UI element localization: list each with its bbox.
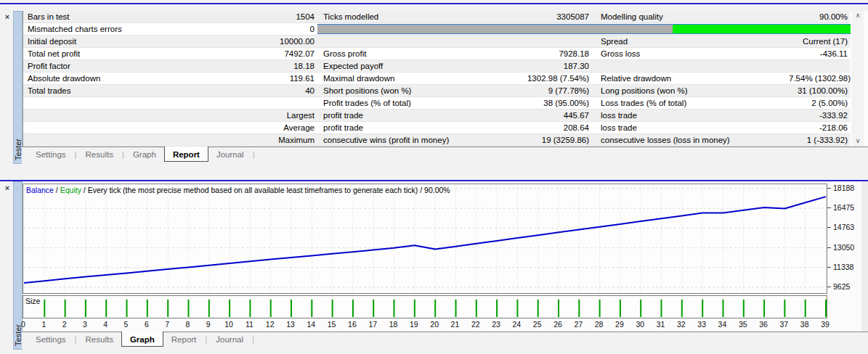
report-row: Initial deposit10000.00SpreadCurrent (17… — [23, 36, 850, 48]
x-axis-label: 32 — [675, 320, 688, 329]
legend-separator: / — [54, 186, 60, 194]
report-row: Bars in test1504Ticks modelled3305087Mod… — [23, 11, 850, 23]
size-bar — [661, 300, 662, 317]
modelling-quality-bar — [317, 24, 851, 34]
report-row: Total net profit7492.07Gross profit7928.… — [23, 48, 850, 60]
report-cell: 1 (-333.92) — [786, 134, 851, 146]
x-axis-label: 21 — [448, 320, 461, 329]
report-cell: Current (17) — [786, 36, 851, 47]
tab-graph[interactable]: Graph — [121, 332, 163, 347]
report-cell: 7.54% (1302.98) — [786, 73, 851, 84]
report-cell: 7928.18 — [523, 48, 592, 59]
report-cell — [23, 97, 267, 109]
report-cell: Expected payoff — [317, 60, 523, 72]
size-bar — [723, 300, 724, 317]
report-table: Bars in test1504Ticks modelled3305087Mod… — [23, 11, 850, 147]
tab-settings[interactable]: Settings — [28, 147, 74, 161]
tab-report[interactable]: Report — [164, 147, 208, 162]
size-bar — [825, 300, 827, 317]
scrollbar[interactable]: ∧ ∨ — [852, 11, 864, 147]
balance-equity-chart: Balance / Equity / Every tick (the most … — [23, 184, 827, 294]
report-row: Averageprofit trade208.64loss trade-218.… — [23, 122, 850, 134]
y-axis-tick — [827, 227, 831, 228]
x-axis-label: 12 — [264, 320, 277, 329]
size-bar — [270, 300, 272, 317]
report-cell: 1302.98 (7.54%) — [523, 73, 592, 84]
report-cell: 187.30 — [523, 60, 592, 72]
report-cell: Total net profit — [23, 48, 267, 59]
legend-quality: 90.00% — [424, 186, 450, 194]
report-cell — [523, 36, 592, 47]
report-cell — [23, 122, 267, 133]
y-axis-label: 14763 — [833, 223, 854, 231]
size-bar — [784, 300, 785, 317]
report-row: Profit factor18.18Expected payoff187.30 — [23, 60, 850, 73]
report-cell: profit trade — [317, 122, 523, 133]
x-axis-label: 17 — [366, 320, 379, 329]
scroll-up-icon[interactable]: ∧ — [852, 11, 864, 21]
report-cell — [317, 36, 523, 47]
size-bar — [578, 300, 580, 317]
size-bar — [332, 300, 333, 317]
tab-report[interactable]: Report — [163, 332, 205, 346]
y-axis-label: 9625 — [833, 282, 850, 291]
legend-balance: Balance — [26, 186, 54, 194]
size-bar — [44, 300, 45, 317]
tab-journal[interactable]: Journal — [208, 332, 251, 346]
report-cell: Relative drawdown — [592, 73, 786, 84]
report-cell: Largest — [267, 110, 317, 121]
panel-edge-strip — [861, 181, 868, 350]
scroll-down-icon[interactable]: ∨ — [852, 136, 864, 147]
modelling-quality-bar-gray — [317, 25, 673, 33]
report-cell: 9 (77.78%) — [523, 85, 592, 96]
tab-results[interactable]: Results — [78, 332, 121, 346]
report-cell: Bars in test — [23, 11, 267, 22]
close-icon[interactable]: × — [2, 184, 12, 194]
report-cell: -333.92 — [786, 110, 851, 121]
x-axis-label: 18 — [387, 320, 400, 329]
tab-journal[interactable]: Journal — [208, 147, 252, 161]
x-axis-label: 38 — [798, 320, 811, 329]
report-row: Maximumconsecutive wins (profit in money… — [23, 134, 850, 147]
report-cell: Long positions (won %) — [592, 85, 786, 96]
x-axis-label: 3 — [78, 320, 92, 329]
report-cell: 40 — [267, 85, 317, 96]
modelling-quality-bar-green — [673, 25, 851, 33]
tab-settings[interactable]: Settings — [28, 332, 74, 346]
report-cell: 208.64 — [523, 122, 592, 133]
x-axis-label: 11 — [243, 320, 256, 329]
size-bar — [188, 300, 190, 317]
report-cell: 7492.07 — [267, 48, 317, 59]
x-axis-label: 37 — [777, 320, 790, 329]
report-cell: Maximum — [267, 134, 317, 146]
report-cell: 119.61 — [267, 73, 317, 84]
report-cell: consecutive losses (loss in money) — [592, 134, 786, 146]
x-axis-label: 4 — [99, 320, 112, 329]
report-cell: Absolute drawdown — [23, 73, 267, 84]
report-cell: 1504 — [267, 11, 317, 22]
size-panel: Size — [23, 295, 827, 318]
report-cell: Initial deposit — [23, 36, 267, 47]
report-cell: Profit factor — [23, 60, 267, 72]
size-bar — [147, 300, 148, 317]
report-cell: loss trade — [592, 122, 786, 133]
y-axis-label: 11338 — [833, 263, 853, 271]
report-cell: consecutive wins (profit in money) — [317, 134, 523, 146]
size-bar — [681, 300, 683, 317]
x-axis-label: 20 — [428, 320, 441, 329]
tab-graph[interactable]: Graph — [125, 147, 164, 161]
size-bar — [167, 300, 169, 317]
size-bar — [65, 300, 66, 317]
tester-strip[interactable]: Tester — [13, 11, 23, 164]
report-cell: 18.18 — [267, 60, 317, 72]
close-icon[interactable]: × — [2, 12, 12, 22]
report-cell: 445.67 — [523, 110, 592, 121]
tab-results[interactable]: Results — [78, 147, 121, 161]
size-bar — [126, 300, 128, 317]
size-bar — [538, 300, 539, 317]
report-row: Absolute drawdown119.61Maximal drawdown1… — [23, 73, 850, 85]
report-cell — [23, 134, 267, 146]
report-cell — [786, 60, 851, 72]
x-axis-label: 24 — [510, 320, 523, 329]
balance-line — [24, 197, 826, 283]
